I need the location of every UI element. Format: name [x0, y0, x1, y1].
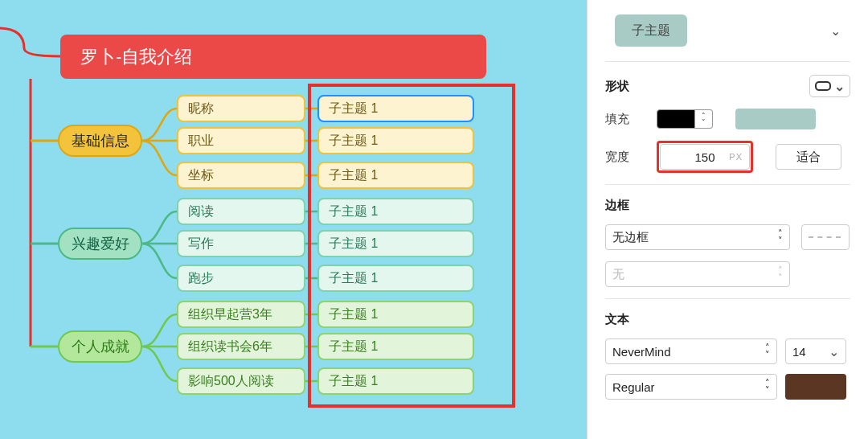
stepper-icon: ˄˅ — [778, 267, 783, 281]
border-color-value: 无 — [612, 267, 624, 282]
leaf-node[interactable]: 子主题 1 — [317, 162, 474, 189]
chevron-down-icon: ⌄ — [829, 344, 839, 359]
font-family-value: NeverMind — [612, 345, 671, 359]
sub-label: 职业 — [188, 133, 214, 150]
leaf-label: 子主题 1 — [329, 101, 378, 117]
fill-label: 填充 — [605, 112, 645, 127]
sub-node[interactable]: 阅读 — [177, 198, 305, 225]
font-size-dropdown[interactable]: 14 ⌄ — [785, 338, 846, 364]
rounded-rect-icon — [815, 81, 831, 91]
shape-label: 形状 — [605, 79, 629, 94]
border-title: 边框 — [605, 198, 850, 213]
properties-panel: 子主题 ⌄ 形状 ⌄ 填充 ˄˅ 宽度 150 PX 适合 边框 — [587, 0, 868, 439]
stepper-icon: ˄˅ — [765, 380, 770, 394]
sub-node[interactable]: 写作 — [177, 230, 305, 257]
branch-node-3[interactable]: 个人成就 — [58, 330, 142, 363]
leaf-node[interactable]: 子主题 1 — [317, 301, 474, 328]
branch-node-2[interactable]: 兴趣爱好 — [58, 228, 142, 260]
sub-node[interactable]: 昵称 — [177, 95, 305, 122]
root-label: 罗卜-自我介绍 — [80, 45, 192, 69]
font-family-dropdown[interactable]: NeverMind ˄˅ — [605, 338, 777, 364]
leaf-label: 子主题 1 — [329, 203, 378, 220]
sub-label: 组织读书会6年 — [188, 338, 272, 355]
leaf-node[interactable]: 子主题 1 — [317, 333, 474, 360]
chevron-down-icon: ⌄ — [834, 79, 845, 94]
sub-node[interactable]: 职业 — [177, 127, 305, 154]
sub-node[interactable]: 影响500人阅读 — [177, 367, 305, 395]
width-value: 150 — [694, 150, 714, 164]
root-node[interactable]: 罗卜-自我介绍 — [60, 35, 486, 79]
branch-label: 基础信息 — [72, 131, 129, 150]
style-preview-label: 子主题 — [632, 23, 670, 39]
sub-label: 昵称 — [188, 101, 214, 117]
leaf-node[interactable]: 子主题 1 — [317, 127, 474, 154]
fill-color-swatch[interactable] — [735, 109, 816, 129]
leaf-node[interactable]: 子主题 1 — [317, 367, 474, 395]
sub-label: 组织早起营3年 — [188, 306, 272, 323]
sub-label: 坐标 — [188, 167, 214, 184]
sub-label: 阅读 — [188, 203, 214, 220]
sub-label: 写作 — [188, 236, 214, 252]
fill-stepper[interactable]: ˄˅ — [695, 109, 713, 129]
dashed-line-icon — [809, 236, 841, 238]
branch-label: 个人成就 — [72, 337, 129, 356]
width-label: 宽度 — [605, 150, 645, 165]
chevron-down-icon[interactable]: ⌄ — [830, 23, 841, 39]
branch-label: 兴趣爱好 — [72, 234, 129, 253]
stepper-icon: ˄˅ — [765, 344, 770, 359]
fill-primary-swatch[interactable] — [657, 109, 695, 129]
leaf-label: 子主题 1 — [329, 236, 378, 252]
width-input[interactable]: 150 PX — [660, 144, 750, 170]
text-title: 文本 — [605, 312, 850, 327]
mindmap-canvas[interactable]: 罗卜-自我介绍 基础信息 昵称 职业 坐标 子主题 1 子主题 1 子主题 1 … — [0, 0, 587, 439]
sub-node[interactable]: 坐标 — [177, 162, 305, 189]
font-weight-value: Regular — [612, 380, 655, 394]
border-style-dropdown[interactable]: 无边框 ˄˅ — [605, 224, 790, 250]
sub-label: 影响500人阅读 — [188, 373, 274, 390]
leaf-node[interactable]: 子主题 1 — [317, 230, 474, 257]
font-size-value: 14 — [792, 345, 806, 359]
sub-node[interactable]: 组织早起营3年 — [177, 301, 305, 328]
sub-node[interactable]: 组织读书会6年 — [177, 333, 305, 360]
border-color-dropdown[interactable]: 无 ˄˅ — [605, 261, 790, 287]
sub-node[interactable]: 跑步 — [177, 265, 305, 292]
highlight-box-width: 150 PX — [657, 141, 753, 173]
border-style-value: 无边框 — [612, 230, 649, 245]
fit-button[interactable]: 适合 — [776, 144, 841, 170]
leaf-label: 子主题 1 — [329, 338, 378, 355]
leaf-label: 子主题 1 — [329, 306, 378, 323]
style-preview-chip[interactable]: 子主题 — [615, 14, 687, 47]
leaf-label: 子主题 1 — [329, 270, 378, 287]
shape-dropdown[interactable]: ⌄ — [809, 75, 850, 97]
leaf-label: 子主题 1 — [329, 133, 378, 150]
leaf-label: 子主题 1 — [329, 167, 378, 184]
border-pattern-dropdown[interactable] — [801, 224, 850, 250]
branch-node-1[interactable]: 基础信息 — [58, 125, 142, 157]
stepper-icon: ˄˅ — [778, 230, 783, 244]
leaf-node[interactable]: 子主题 1 — [317, 265, 474, 292]
leaf-node-selected[interactable]: 子主题 1 — [317, 95, 474, 122]
width-unit: PX — [729, 152, 743, 162]
sub-label: 跑步 — [188, 270, 214, 287]
leaf-node[interactable]: 子主题 1 — [317, 198, 474, 225]
font-weight-dropdown[interactable]: Regular ˄˅ — [605, 374, 777, 400]
text-color-swatch[interactable] — [785, 374, 846, 400]
leaf-label: 子主题 1 — [329, 373, 378, 390]
fit-label: 适合 — [796, 150, 821, 165]
